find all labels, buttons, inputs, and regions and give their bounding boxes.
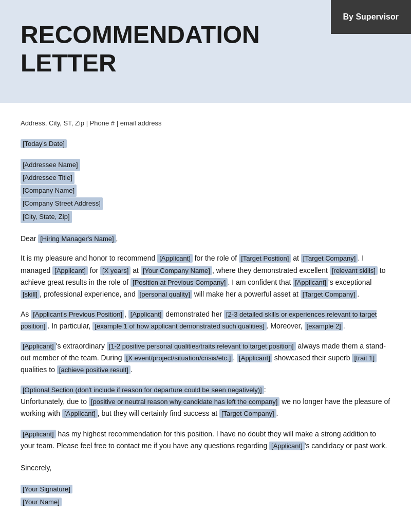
p1-text-3: at [291,254,301,262]
p1-tag-11: [personal quality] [138,290,192,299]
sincerely-line: Sincerely, [21,462,390,473]
p3-tag-6: [achieve positive result] [57,365,130,374]
paragraph-3: [Applicant]'s extraordinary [1-2 positiv… [21,340,390,376]
paragraph-1: It is my pleasure and honor to recommend… [21,252,390,300]
p3-text-5: showcased their superb [272,354,352,362]
p2-text-1: As [21,310,31,318]
p2-tag-5: [example 2] [305,322,343,331]
p2-end: . [343,322,345,330]
p2-text-4: . In particular, [47,322,92,330]
p1-text-11: , professional experience, and [40,290,138,298]
p3-text-2: 's extraordinary [56,342,107,350]
addressee-city-tag: [City, State, Zip] [21,211,72,223]
p1-tag-6: [Your Company Name] [141,266,212,275]
p3-tag-3: [X event/project/situation/crisis/etc.] [124,354,233,362]
p2-text-2: , [124,310,128,318]
opt-tag-3: [Target Company] [219,409,276,418]
opt-label-tag: [Optional Section (don't include if reas… [21,386,264,394]
p1-text-2: for the role of [193,254,239,262]
p1-text-9: . I am confident that [228,278,293,286]
p1-tag-8: [Position at Previous Company] [130,278,228,287]
opt-tag-1: [positive or neutral reason why candidat… [89,397,280,406]
p1-text-7: , where they demonstrated excellent [212,266,330,274]
p1-tag-9: [Applicant] [293,278,328,287]
salutation: Dear [Hiring Manager's Name], [21,233,390,245]
p1-end: . [357,290,359,298]
p3-tag-2: [1-2 positive personal qualities/traits … [107,342,296,351]
p3-tag-1: [Applicant] [21,342,56,351]
p2-tag-2: [Applicant] [128,310,164,319]
addressee-company-tag: [Company Name] [21,185,77,197]
p5-tag-1: [Applicant] [21,430,56,438]
addressee-street-tag: [Company Street Address] [21,197,103,210]
p3-end: . [130,365,133,374]
p5-after: 's candidacy or past work. [305,442,387,450]
p1-text-6: at [130,266,140,274]
opt-text-1: Unfortunately, due to [21,397,89,406]
p3-text-4: , [233,354,237,362]
salutation-dear: Dear [21,234,38,243]
p1-tag-12: [Target Company] [301,290,358,299]
p3-tag-4: [Applicant] [237,354,272,362]
badge-label: By Supervisor [343,12,399,21]
opt-tag-2: [Applicant] [62,409,98,418]
p1-text-1: It is my pleasure and honor to recommend [21,254,157,262]
p1-tag-4: [Applicant] [52,266,88,275]
sincerely-text: Sincerely, [21,464,51,472]
date-block: [Today's Date] [21,138,390,150]
opt-end: . [276,409,278,417]
opt-text-3: , but they will certainly find success a… [98,409,219,417]
p1-tag-10: [skill] [21,290,40,299]
p3-tag-5: [trait 1] [352,354,377,362]
header-banner: By Supervisor RECOMMENDATION LETTER [0,0,411,103]
addressee-name-tag: [Addressee Name] [21,159,80,171]
p2-text-5: . Moreover, [267,322,305,330]
contact-text: Address, City, ST, Zip | Phone # | email… [21,119,162,127]
date-tag: [Today's Date] [21,139,67,148]
contact-line: Address, City, ST, Zip | Phone # | email… [21,118,390,129]
p1-text-12: will make her a powerful asset at [192,290,301,298]
paragraph-5: [Applicant] has my highest recommendatio… [21,428,390,452]
salutation-name-tag: [Hiring Manager's Name] [38,234,116,243]
address-block: [Addressee Name] [Addressee Title] [Comp… [21,159,390,223]
paragraph-2: As [Applicant's Previous Position], [App… [21,308,390,332]
main-title: RECOMMENDATION LETTER [21,21,308,77]
p5-tag-2: [Applicant] [269,442,305,450]
title-line2: LETTER [21,49,117,77]
content-area: Address, City, ST, Zip | Phone # | email… [0,103,411,529]
signature-block: [Your Signature] [Your Name] [21,483,390,508]
addressee-title-tag: [Addressee Title] [21,172,74,184]
salutation-punct: , [116,234,118,243]
opt-colon: : [264,386,266,394]
p1-tag-2: [Target Position] [239,254,291,263]
p1-text-5: for [88,266,100,274]
p1-tag-1: [Applicant] [157,254,193,263]
optional-section: [Optional Section (don't include if reas… [21,384,390,419]
p1-tag-5: [X years] [100,266,130,275]
signature-tag: [Your Signature] [21,485,72,493]
title-line1: RECOMMENDATION [21,21,260,48]
p1-tag-3: [Target Company] [301,254,358,263]
p2-tag-4: [example 1 of how applicant demonstrated… [92,322,266,331]
p2-tag-1: [Applicant's Previous Position] [31,310,124,319]
p2-text-3: demonstrated her [163,310,224,318]
by-supervisor-badge: By Supervisor [331,0,411,34]
your-name-tag: [Your Name] [21,498,62,506]
p1-tag-7: [relevant skills] [330,266,378,275]
p1-text-10: 's exceptional [328,278,371,286]
p3-text-6: qualities to [21,365,57,374]
closing: Sincerely, [Your Signature] [Your Name] [21,462,390,509]
